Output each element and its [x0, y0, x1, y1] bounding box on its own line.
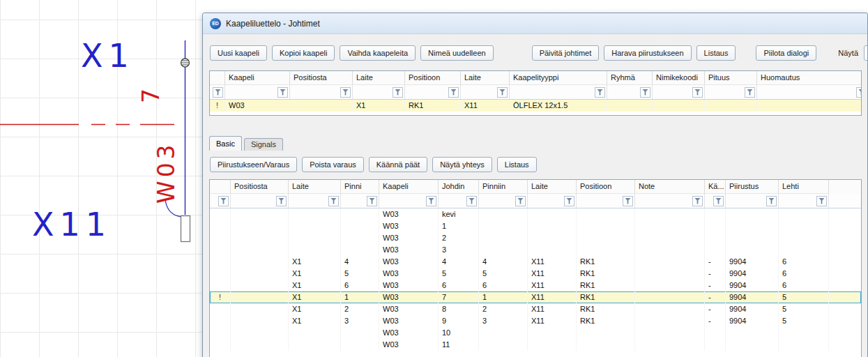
nayta-yhteys-button[interactable]: Näytä yhteys — [432, 157, 492, 172]
column-header[interactable]: Johdin — [439, 180, 479, 194]
cell: - — [705, 315, 726, 327]
filter-funnel-icon[interactable] — [340, 87, 351, 98]
table-row[interactable]: X12W0382X11RK1-99045 — [210, 303, 861, 315]
listaus-button[interactable]: Listaus — [696, 45, 736, 61]
filter-funnel-icon[interactable] — [426, 196, 436, 206]
cell: 5 — [779, 315, 829, 327]
filter-funnel-icon[interactable] — [692, 87, 703, 98]
cell: 5 — [479, 268, 528, 280]
cell — [577, 208, 635, 220]
filter-funnel-icon[interactable] — [367, 196, 377, 206]
column-header[interactable]: Huomautus — [757, 71, 862, 85]
row-marker — [210, 327, 231, 339]
filter-funnel-icon[interactable] — [595, 87, 605, 98]
filter-funnel-icon[interactable] — [640, 87, 650, 98]
column-header[interactable]: Kaapelityyppi — [510, 71, 607, 85]
cell: X1 — [289, 291, 341, 303]
paivita-johtimet-button[interactable]: Päivitä johtimet — [532, 45, 600, 61]
cell: 3 — [439, 244, 479, 256]
piirustukseen-varaus-button[interactable]: Piirustukseen/Varaus — [210, 157, 297, 172]
cell — [289, 327, 341, 339]
cell — [577, 327, 635, 339]
filter-funnel-icon[interactable] — [448, 87, 459, 98]
column-header[interactable]: Positiosta — [231, 180, 289, 194]
listaus-conductors-button[interactable]: Listaus — [497, 157, 537, 172]
row-marker-column-header[interactable] — [210, 71, 225, 85]
filter-funnel-icon[interactable] — [623, 196, 633, 206]
dialog-titlebar[interactable]: ED Kaapeliluettelo - Johtimet — [203, 13, 867, 34]
column-header[interactable]: Piirustus — [726, 180, 779, 194]
column-header[interactable]: Laite — [528, 180, 577, 194]
filter-funnel-icon[interactable] — [276, 196, 287, 206]
piilota-dialogi-button[interactable]: Piilota dialogi — [756, 45, 816, 61]
column-header[interactable]: Laite — [461, 71, 510, 85]
filter-funnel-icon[interactable] — [745, 87, 755, 98]
cable-toolbar: Uusi kaapeli Kopioi kaapeli Vaihda kaape… — [210, 45, 866, 61]
table-row[interactable]: X16W0366X11RK1-99046 — [210, 280, 861, 291]
table-row[interactable]: W0311 — [210, 339, 861, 351]
table-row[interactable]: W031 — [210, 220, 861, 232]
row-marker — [210, 256, 231, 268]
cell: 9904 — [726, 291, 779, 303]
table-row[interactable]: W033 — [210, 244, 861, 256]
tab-basic[interactable]: Basic — [209, 136, 242, 151]
column-header[interactable]: Lehti — [779, 180, 829, 194]
nayta-dropdown[interactable] — [864, 45, 868, 61]
cell — [231, 208, 289, 220]
table-row[interactable]: X15W0355X11RK1-99046 — [210, 268, 861, 280]
cell — [231, 232, 289, 244]
column-header[interactable]: Pinniin — [479, 180, 528, 194]
table-row[interactable]: W03kevi — [210, 208, 861, 220]
table-row[interactable]: W0310 — [210, 327, 861, 339]
row-marker-column-header[interactable] — [210, 180, 231, 194]
filter-funnel-icon[interactable] — [277, 87, 288, 98]
column-header[interactable]: Pinni — [341, 180, 379, 194]
column-header[interactable]: Positiosta — [290, 71, 353, 85]
table-row[interactable]: !W03X1RK1X11ÖLFLEX 12x1.5 — [210, 100, 861, 112]
filter-funnel-icon[interactable] — [218, 196, 229, 206]
table-row[interactable]: X14W0344X11RK1-99046 — [210, 256, 861, 268]
column-header[interactable]: Ryhmä — [607, 71, 653, 85]
cell: X11 — [528, 303, 577, 315]
filter-funnel-icon[interactable] — [766, 196, 777, 206]
column-header[interactable]: Kaapeli — [379, 180, 439, 194]
filter-funnel-icon[interactable] — [213, 87, 223, 98]
column-header[interactable]: Laite — [353, 71, 405, 85]
table-row[interactable]: X13W0393X11RK1-99045 — [210, 315, 861, 327]
filter-cell — [379, 194, 439, 208]
column-header[interactable]: Positioon — [405, 71, 461, 85]
tab-signals[interactable]: Signals — [244, 138, 283, 151]
poista-varaus-button[interactable]: Poista varaus — [302, 157, 364, 172]
filter-funnel-icon[interactable] — [515, 196, 526, 206]
cell — [479, 339, 528, 351]
kaanna-paat-button[interactable]: Käännä päät — [369, 157, 427, 172]
column-header[interactable]: Note — [635, 180, 705, 194]
filter-funnel-icon[interactable] — [466, 196, 477, 206]
cell: W03 — [379, 256, 439, 268]
filter-funnel-icon[interactable] — [692, 196, 703, 206]
filter-funnel-icon[interactable] — [564, 196, 574, 206]
kopioi-kaapeli-button[interactable]: Kopioi kaapeli — [272, 45, 335, 61]
uusi-kaapeli-button[interactable]: Uusi kaapeli — [210, 45, 267, 61]
cell — [231, 268, 289, 280]
harava-piirustukseen-button[interactable]: Harava piirustukseen — [604, 45, 691, 61]
filter-funnel-icon[interactable] — [713, 196, 724, 206]
filter-funnel-icon[interactable] — [393, 87, 403, 98]
cell — [528, 232, 577, 244]
table-row[interactable]: !X11W0371X11RK1-99045 — [210, 291, 861, 303]
column-header[interactable]: Kä... — [705, 180, 726, 194]
filter-funnel-icon[interactable] — [328, 196, 339, 206]
column-header[interactable]: Kaapeli — [225, 71, 290, 85]
filter-funnel-icon[interactable] — [856, 87, 862, 98]
column-header[interactable]: Laite — [289, 180, 341, 194]
column-header[interactable]: Positioon — [577, 180, 635, 194]
filter-funnel-icon[interactable] — [497, 87, 508, 98]
column-header[interactable]: Nimikekoodi — [653, 71, 705, 85]
cell: W03 — [225, 100, 290, 112]
column-header[interactable]: Pituus — [705, 71, 757, 85]
nimea-uudelleen-button[interactable]: Nimeä uudelleen — [420, 45, 494, 61]
table-row[interactable]: W032 — [210, 232, 861, 244]
vaihda-kaapeleita-button[interactable]: Vaihda kaapeleita — [340, 45, 416, 61]
filter-funnel-icon[interactable] — [816, 196, 827, 206]
row-marker — [210, 315, 231, 327]
